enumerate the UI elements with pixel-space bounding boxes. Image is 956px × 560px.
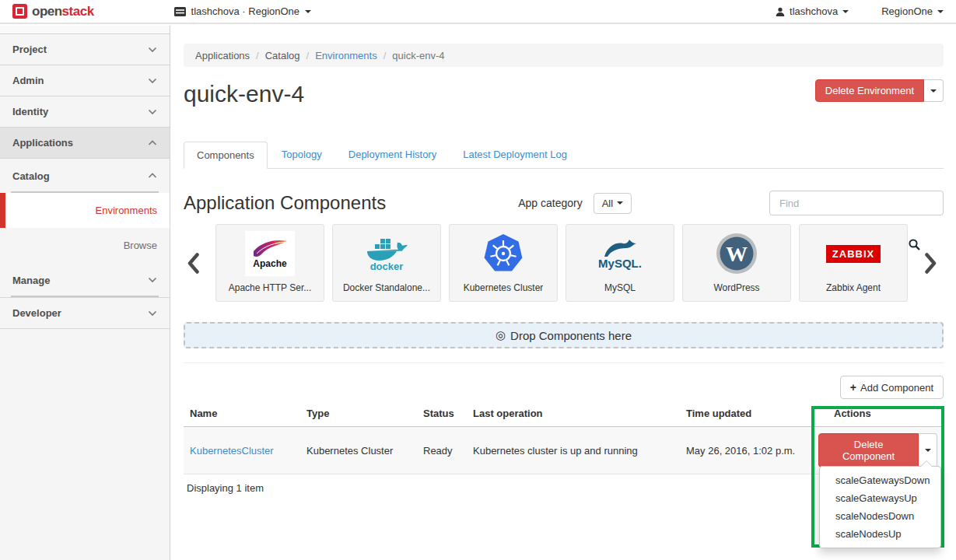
menu-item-scale-gateways-down[interactable]: scaleGatewaysDown — [820, 471, 940, 489]
sidebar-item-admin[interactable]: Admin — [0, 65, 170, 96]
chevron-down-icon — [305, 10, 311, 13]
tile-label: WordPress — [713, 282, 759, 293]
sidebar-item-project[interactable]: Project — [0, 34, 170, 65]
tile-label: MySQL — [604, 282, 636, 293]
tile-label: Apache HTTP Ser... — [229, 282, 312, 293]
components-panel: Application Components App category All — [184, 191, 944, 502]
tab-topology[interactable]: Topology — [269, 142, 334, 169]
horizon-dashboard: openstack tlashchova · RegionOne tlashch… — [0, 0, 956, 560]
tab-latest-deployment-log[interactable]: Latest Deployment Log — [450, 142, 580, 169]
carousel-prev-button[interactable] — [184, 224, 202, 302]
apache-feather-icon — [252, 239, 288, 259]
wordpress-logo: W — [716, 233, 758, 275]
tile-docker[interactable]: docker Docker Standalone... — [332, 224, 441, 302]
sidebar-item-applications[interactable]: Applications — [0, 128, 170, 159]
app-category-label: App category — [518, 197, 583, 209]
tile-label: Zabbix Agent — [826, 282, 881, 293]
breadcrumb-applications: Applications — [195, 50, 250, 61]
tile-wordpress[interactable]: W WordPress — [682, 224, 791, 302]
add-component-button[interactable]: + Add Component — [840, 376, 944, 399]
tile-kubernetes[interactable]: Kubernetes Cluster — [449, 224, 558, 302]
table-header-row: Name Type Status Last operation Time upd… — [184, 401, 944, 427]
tab-deployment-history[interactable]: Deployment History — [336, 142, 449, 169]
breadcrumb: Applications / Catalog / Environments / … — [184, 44, 944, 67]
top-navbar: openstack tlashchova · RegionOne tlashch… — [0, 0, 956, 24]
manage-underline — [11, 296, 159, 297]
component-type: Kubernetes Cluster — [300, 427, 417, 474]
drop-zone-label: Drop Components here — [510, 329, 632, 342]
openstack-brand[interactable]: openstack — [0, 4, 94, 19]
region-menu[interactable]: RegionOne — [881, 5, 944, 17]
sidebar-item-manage[interactable]: Manage — [0, 263, 170, 297]
component-last-operation: Kubernetes cluster is up and running — [467, 427, 680, 474]
chevron-down-icon — [148, 277, 157, 283]
region-label: RegionOne — [881, 5, 933, 17]
breadcrumb-current: quick-env-4 — [392, 50, 444, 61]
sidebar-item-environments[interactable]: Environments — [0, 193, 170, 228]
docker-logo: docker — [364, 236, 409, 271]
breadcrumb-environments-link[interactable]: Environments — [315, 50, 376, 61]
chevron-up-icon — [148, 140, 157, 146]
table-actions-row: + Add Component — [184, 376, 944, 399]
brand-wordmark: openstack — [32, 4, 94, 19]
tile-apache[interactable]: Apache Apache HTTP Ser... — [215, 224, 324, 302]
sidebar-item-catalog[interactable]: Catalog — [0, 159, 170, 193]
apache-logo: Apache — [245, 231, 295, 276]
chevron-down-icon — [842, 10, 849, 13]
app-category-dropdown[interactable]: All — [594, 193, 632, 214]
components-carousel: Apache Apache HTTP Ser... — [184, 224, 944, 302]
sidebar-item-developer[interactable]: Developer — [0, 298, 170, 329]
mysql-logo: MySQL. — [598, 239, 642, 269]
component-time-updated: May 26, 2016, 1:02 p.m. — [680, 427, 812, 474]
find-input[interactable] — [769, 191, 944, 215]
menu-item-scale-gateways-up[interactable]: scaleGatewaysUp — [820, 489, 940, 507]
column-type: Type — [300, 401, 417, 427]
svg-text:W: W — [726, 242, 748, 266]
chevron-down-icon — [148, 109, 157, 115]
sidebar-item-identity[interactable]: Identity — [0, 96, 170, 128]
context-label: tlashchova · RegionOne — [191, 5, 299, 17]
caret-down-icon — [925, 449, 931, 452]
column-last-operation: Last operation — [467, 401, 680, 427]
column-status: Status — [417, 401, 467, 427]
page-header: quick-env-4 Delete Environment — [184, 79, 944, 109]
target-icon: ◎ — [496, 328, 506, 342]
delete-environment-split-button: Delete Environment — [815, 79, 944, 102]
component-status: Ready — [417, 427, 467, 474]
project-context-switcher[interactable]: tlashchova · RegionOne — [174, 5, 311, 17]
tile-mysql[interactable]: MySQL. MySQL — [566, 224, 674, 302]
chevron-left-icon — [187, 253, 199, 274]
panel-heading: Application Components — [184, 192, 386, 214]
chevron-up-icon — [148, 173, 157, 179]
catalog-underline — [11, 191, 159, 193]
user-menu[interactable]: tlashchova — [776, 5, 849, 17]
tile-zabbix[interactable]: ZABBIX Zabbix Agent — [799, 224, 908, 302]
menu-item-scale-nodes-up[interactable]: scaleNodesUp — [820, 525, 940, 543]
component-name-link[interactable]: KubernetesCluster — [190, 445, 274, 457]
user-icon — [776, 7, 785, 16]
tile-label: Kubernetes Cluster — [464, 282, 544, 293]
page-title: quick-env-4 — [184, 79, 304, 109]
delete-environment-dropdown-toggle[interactable] — [924, 79, 944, 102]
domain-list-icon — [174, 7, 186, 16]
drop-components-zone[interactable]: ◎ Drop Components here — [184, 322, 944, 348]
openstack-logo-icon — [12, 4, 27, 19]
search-icon[interactable] — [909, 239, 920, 250]
chevron-down-icon — [148, 78, 157, 84]
chevron-down-icon — [148, 310, 157, 317]
tab-components[interactable]: Components — [184, 142, 268, 169]
sidebar: Project Admin Identity Applications Cata… — [0, 26, 170, 560]
chevron-right-icon — [925, 253, 937, 274]
user-label: tlashchova — [790, 5, 838, 17]
menu-item-scale-nodes-down[interactable]: scaleNodesDown — [820, 507, 940, 525]
kubernetes-logo — [484, 234, 523, 273]
sidebar-item-browse[interactable]: Browse — [0, 228, 170, 263]
tile-label: Docker Standalone... — [343, 282, 430, 293]
column-name: Name — [184, 401, 300, 427]
delete-component-button[interactable]: Delete Component — [818, 433, 919, 467]
mysql-dolphin-icon — [603, 239, 637, 257]
chevron-down-icon — [148, 47, 157, 53]
caret-down-icon — [617, 201, 623, 205]
carousel-next-button[interactable] — [921, 224, 940, 302]
delete-environment-button[interactable]: Delete Environment — [815, 79, 924, 102]
